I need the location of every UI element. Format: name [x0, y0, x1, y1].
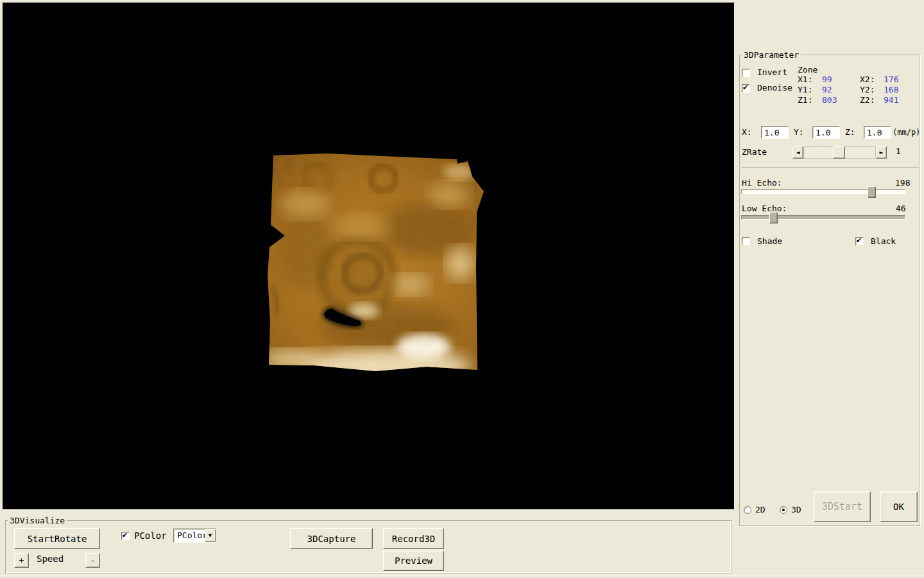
- zone-label: Zone: [798, 66, 817, 74]
- hi-echo-label: Hi Echo:: [742, 179, 782, 188]
- zone-x2-value: 176: [884, 75, 898, 84]
- black-checkbox[interactable]: ✔: [855, 237, 864, 245]
- mode-3d-label: 3D: [791, 505, 801, 514]
- zone-y1-label: Y1:: [798, 85, 812, 94]
- 3dcapture-button[interactable]: 3DCapture: [290, 528, 373, 549]
- low-echo-track[interactable]: [741, 215, 905, 220]
- speed-plus-button[interactable]: +: [14, 553, 29, 568]
- zrate-left-arrow-icon[interactable]: ◄: [792, 146, 803, 159]
- ultrasound-3d-render[interactable]: [266, 153, 486, 372]
- black-label: Black: [871, 237, 896, 246]
- zrate-label: ZRate: [742, 148, 767, 157]
- mode-3d-radio[interactable]: [780, 506, 787, 514]
- speed-label: Speed: [37, 554, 64, 563]
- start-rotate-button[interactable]: StartRotate: [14, 528, 100, 549]
- low-echo-thumb[interactable]: [769, 212, 778, 223]
- z-scale-input[interactable]: [864, 126, 891, 139]
- zone-y1-value: 92: [822, 85, 832, 94]
- hi-echo-track[interactable]: [741, 189, 905, 194]
- zone-z1-value: 803: [822, 96, 837, 105]
- pcolor-checkbox-label: PColor: [134, 531, 167, 540]
- zone-z1-label: Z1:: [798, 96, 812, 105]
- scale-unit-label: (mm/p): [893, 128, 920, 137]
- zone-z2-value: 941: [884, 96, 898, 105]
- x-scale-input[interactable]: [761, 126, 789, 139]
- speed-minus-button[interactable]: -: [85, 553, 100, 568]
- zone-y2-label: Y2:: [860, 85, 875, 94]
- parameter-group-title: 3DParameter: [742, 50, 801, 60]
- zrate-scrollbar[interactable]: ◄ ►: [792, 146, 887, 159]
- low-echo-label: Low Echo:: [742, 204, 787, 213]
- hi-echo-thumb[interactable]: [868, 186, 876, 198]
- zrate-right-arrow-icon[interactable]: ►: [876, 146, 887, 159]
- 3dstart-button[interactable]: 3DStart: [814, 491, 871, 522]
- mode-2d-label: 2D: [755, 505, 766, 514]
- window-edge: [0, 575, 924, 575]
- invert-label: Invert: [757, 68, 787, 77]
- app-window: { "colors": { "panel_bg": "#ece9d8", "vi…: [0, 0, 924, 578]
- render-viewport[interactable]: [3, 3, 734, 509]
- denoise-checkbox[interactable]: ✔: [742, 84, 750, 92]
- zone-y2-value: 168: [884, 85, 898, 94]
- pcolor-checkbox[interactable]: ✔: [121, 532, 130, 540]
- low-echo-value: 46: [896, 204, 906, 213]
- zone-x1-value: 99: [822, 75, 832, 84]
- record3d-button[interactable]: Record3D: [383, 528, 444, 549]
- visualize-group-title: 3DVisualize: [8, 516, 67, 525]
- hi-echo-value: 198: [895, 179, 910, 188]
- pcolor-dropdown[interactable]: PColor ▼: [173, 529, 216, 543]
- zone-x2-label: X2:: [860, 75, 875, 84]
- mode-2d-radio[interactable]: [744, 506, 751, 514]
- z-scale-label: Z:: [845, 128, 855, 137]
- denoise-label: Denoise: [757, 83, 792, 92]
- zone-z2-label: Z2:: [860, 96, 875, 105]
- invert-checkbox[interactable]: [742, 69, 750, 77]
- x-scale-label: X:: [742, 128, 752, 137]
- zone-x1-label: X1:: [798, 75, 812, 84]
- shade-label: Shade: [757, 237, 782, 246]
- shade-checkbox[interactable]: [742, 237, 750, 245]
- zrate-value: 1: [896, 147, 901, 156]
- y-scale-input[interactable]: [812, 126, 840, 139]
- checkmark: ✔: [742, 83, 748, 92]
- zrate-thumb[interactable]: [833, 146, 845, 159]
- separator: [742, 167, 919, 168]
- pcolor-dropdown-value: PColor: [177, 530, 207, 540]
- checkmark: ✔: [856, 236, 862, 245]
- chevron-down-icon[interactable]: ▼: [205, 529, 216, 542]
- checkmark: ✔: [122, 531, 128, 539]
- ok-button[interactable]: OK: [880, 491, 918, 522]
- y-scale-label: Y:: [794, 128, 804, 137]
- preview-button[interactable]: Preview: [383, 550, 444, 571]
